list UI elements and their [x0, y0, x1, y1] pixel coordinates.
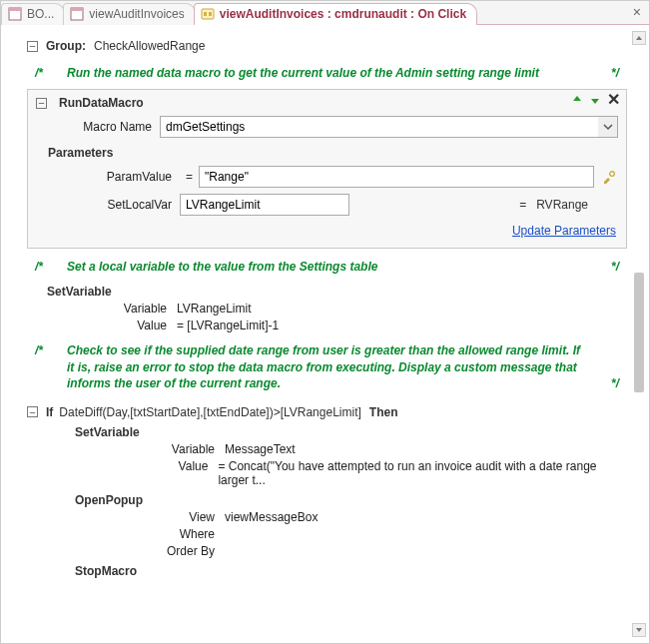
- collapse-toggle[interactable]: −: [36, 98, 47, 109]
- builder-icon[interactable]: [600, 168, 618, 186]
- chevron-down-icon[interactable]: [598, 116, 618, 138]
- comment-close: */: [611, 375, 619, 391]
- variable-label: Variable: [27, 302, 177, 316]
- tab-label: viewAuditInvoices : cmdrunaudit : On Cli…: [220, 7, 466, 21]
- comment-open: /*: [35, 259, 43, 275]
- then-keyword: Then: [369, 405, 398, 419]
- if-condition: DateDiff(Day,[txtStartDate],[txtEndDate]…: [59, 405, 360, 419]
- svg-rect-1: [9, 8, 21, 11]
- form-icon: [8, 7, 22, 21]
- form-icon: [70, 7, 84, 21]
- group-label: Group:: [46, 39, 86, 53]
- view-value: viewMessageBox: [225, 510, 318, 524]
- variable-label: Variable: [75, 442, 225, 456]
- openpopup-action[interactable]: OpenPopup: [75, 493, 627, 507]
- variable-value: MessageText: [225, 442, 296, 456]
- collapse-toggle[interactable]: −: [27, 406, 38, 417]
- equals-sign: =: [519, 198, 526, 212]
- macro-name-select[interactable]: dmGetSettings: [160, 116, 618, 138]
- scrollbar-thumb[interactable]: [634, 273, 644, 392]
- value-label: Value: [27, 319, 177, 332]
- comment-text: Check to see if the supplied date range …: [67, 343, 580, 389]
- action-title: RunDataMacro: [59, 96, 144, 110]
- rundatamacro-block[interactable]: − RunDataMacro ✕ Macro Name dmGetSetting…: [27, 89, 627, 249]
- tab-bar: BO... viewAuditInvoices viewAuditInvoice…: [1, 1, 649, 25]
- return-var-name: RVRange: [536, 198, 588, 212]
- scroll-down-icon[interactable]: [632, 623, 646, 637]
- view-label: View: [75, 510, 225, 524]
- vertical-scrollbar[interactable]: [632, 31, 646, 637]
- if-row[interactable]: − If DateDiff(Day,[txtStartDate],[txtEnd…: [27, 405, 627, 419]
- tab-label: viewAuditInvoices: [89, 7, 184, 21]
- svg-point-5: [610, 172, 615, 177]
- if-keyword: If: [46, 405, 53, 419]
- delete-action-icon[interactable]: ✕: [607, 94, 620, 106]
- close-icon[interactable]: ×: [633, 4, 641, 20]
- orderby-label: Order By: [75, 544, 225, 558]
- tab-viewauditinvoices[interactable]: viewAuditInvoices: [63, 3, 195, 25]
- comment-block: /* Check to see if the supplied date ran…: [27, 338, 627, 395]
- comment-text: Run the named data macro to get the curr…: [67, 66, 539, 80]
- tab-macro-designer[interactable]: viewAuditInvoices : cmdrunaudit : On Cli…: [194, 3, 477, 25]
- macro-name-label: Macro Name: [36, 120, 160, 134]
- scroll-up-icon[interactable]: [632, 31, 646, 45]
- comment-open: /*: [35, 65, 43, 81]
- macro-icon: [201, 7, 215, 21]
- group-name: CheckAllowedRange: [94, 39, 205, 53]
- paramvalue-label: ParamValue: [56, 170, 180, 184]
- variable-value: LVRangeLimit: [177, 302, 251, 316]
- stopmacro-action[interactable]: StopMacro: [75, 564, 627, 578]
- comment-block: /* Run the named data macro to get the c…: [27, 61, 627, 85]
- collapse-toggle[interactable]: −: [27, 41, 38, 52]
- move-up-icon[interactable]: [571, 94, 583, 106]
- setvariable-action[interactable]: SetVariable: [47, 285, 627, 299]
- setlocalvar-input[interactable]: [180, 194, 349, 216]
- value-value: = [LVRangeLimit]-1: [177, 319, 279, 332]
- where-label: Where: [75, 527, 225, 541]
- move-down-icon[interactable]: [589, 94, 601, 106]
- tab-label: BO...: [27, 7, 54, 21]
- comment-block: /* Set a local variable to the value fro…: [27, 255, 627, 279]
- comment-open: /*: [35, 342, 43, 358]
- setvariable-action[interactable]: SetVariable: [75, 425, 627, 439]
- value-label: Value: [75, 459, 218, 487]
- comment-close: */: [611, 259, 619, 275]
- paramvalue-input[interactable]: [199, 166, 594, 188]
- tab-bosscompany[interactable]: BO...: [1, 3, 65, 25]
- parameters-heading: Parameters: [48, 146, 618, 160]
- comment-text: Set a local variable to the value from t…: [67, 260, 377, 274]
- equals-sign: =: [186, 170, 193, 184]
- svg-rect-3: [71, 8, 83, 11]
- comment-close: */: [611, 65, 619, 81]
- setlocalvar-label: SetLocalVar: [56, 198, 180, 212]
- svg-rect-4: [202, 9, 214, 19]
- macro-editor: − Group: CheckAllowedRange /* Run the na…: [1, 25, 649, 643]
- group-row: − Group: CheckAllowedRange: [27, 39, 627, 53]
- value-value: = Concat("You have attempted to run an i…: [218, 459, 627, 487]
- update-parameters-link[interactable]: Update Parameters: [512, 224, 616, 238]
